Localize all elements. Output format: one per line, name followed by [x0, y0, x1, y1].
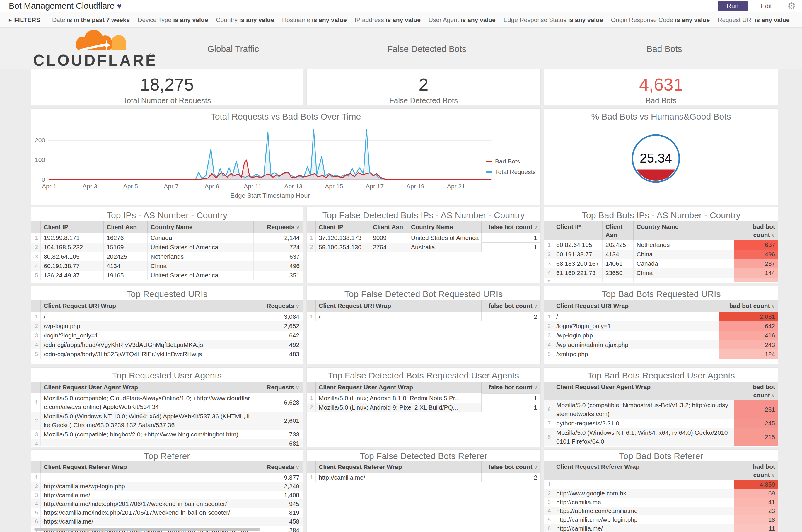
- measure-cell[interactable]: 2: [481, 312, 540, 321]
- measure-cell[interactable]: 458: [253, 517, 302, 526]
- measure-cell[interactable]: 637: [253, 252, 303, 261]
- dimension-cell[interactable]: China: [633, 250, 734, 259]
- dimension-cell[interactable]: China: [147, 261, 253, 271]
- measure-cell[interactable]: 2: [481, 473, 540, 482]
- dimension-cell[interactable]: 9009: [370, 233, 408, 243]
- measure-cell[interactable]: 1: [481, 394, 540, 403]
- measure-cell[interactable]: 496: [253, 261, 303, 271]
- dimension-cell[interactable]: /: [316, 312, 481, 321]
- measure-cell[interactable]: 642: [253, 331, 302, 340]
- measure-cell[interactable]: 496: [734, 250, 778, 259]
- column-header-bad-bot-count[interactable]: bad bot count∨: [734, 461, 778, 480]
- dimension-cell[interactable]: 61.160.221.73: [553, 268, 602, 278]
- dimension-cell[interactable]: 4134: [103, 261, 147, 271]
- dimension-cell[interactable]: http://camilia.me: [553, 498, 734, 507]
- measure-cell[interactable]: 492: [253, 340, 302, 349]
- column-header-bad-bot-count[interactable]: bad bot count∨: [734, 382, 778, 400]
- dimension-cell[interactable]: http://camilia.me/index.php/2017/06/17/w…: [40, 499, 253, 508]
- measure-cell[interactable]: 4,359: [734, 480, 778, 489]
- measure-cell[interactable]: 2,601: [253, 412, 302, 430]
- measure-cell[interactable]: 245: [734, 419, 778, 428]
- filter-item-request-uri[interactable]: Request URIis any value: [718, 16, 789, 23]
- column-header-false-bot-count[interactable]: false bot count∨: [481, 382, 540, 394]
- legend-item-bad-bots[interactable]: Bad Bots: [486, 158, 536, 165]
- measure-cell[interactable]: 237: [734, 259, 778, 268]
- dimension-cell[interactable]: 202425: [602, 240, 633, 250]
- dimension-cell[interactable]: 23650: [602, 268, 633, 278]
- measure-cell[interactable]: 819: [253, 508, 302, 517]
- measure-cell[interactable]: 1: [481, 233, 540, 243]
- measure-cell[interactable]: 2,031: [719, 312, 778, 321]
- filter-item-ip-address[interactable]: IP addressis any value: [355, 16, 421, 23]
- measure-cell[interactable]: 23: [734, 507, 778, 515]
- dimension-cell[interactable]: [553, 480, 734, 489]
- measure-cell[interactable]: 483: [253, 349, 302, 359]
- measure-cell[interactable]: 2,249: [253, 482, 302, 491]
- dimension-cell[interactable]: 136.24.49.37: [40, 271, 103, 280]
- dimension-cell[interactable]: python-requests/2.21.0: [553, 419, 734, 428]
- measure-cell[interactable]: 637: [734, 240, 778, 250]
- dimension-cell[interactable]: https://camilia.me/index.php/2017/06/17/…: [40, 508, 253, 517]
- dimension-cell[interactable]: http://camilia.me/: [553, 524, 734, 532]
- horizontal-scrollbar[interactable]: [34, 528, 260, 531]
- dimension-cell[interactable]: 60.191.38.77: [40, 261, 103, 271]
- measure-cell[interactable]: 144: [734, 268, 778, 278]
- dimension-cell[interactable]: https://uptime.com/camilia.me: [553, 507, 734, 515]
- dimension-cell[interactable]: /wp-admin/admin-ajax.php: [553, 340, 719, 349]
- dimension-cell[interactable]: 2764: [370, 243, 408, 252]
- column-header-bad-bot-count[interactable]: bad bot count∨: [734, 222, 778, 240]
- legend-item-total-requests[interactable]: Total Requests: [486, 168, 536, 175]
- dimension-cell[interactable]: http://camilia.me/: [40, 491, 253, 499]
- dimension-cell[interactable]: Mozilla/5.0 (Linux; Android 8.1.0; Redmi…: [316, 394, 481, 403]
- dimension-cell[interactable]: China: [633, 268, 734, 278]
- filters-toggle[interactable]: ▶FILTERS: [9, 16, 40, 23]
- measure-cell[interactable]: 1,408: [253, 491, 302, 499]
- measure-cell[interactable]: 2,144: [253, 233, 303, 243]
- dimension-cell[interactable]: 192.99.8.171: [40, 233, 103, 243]
- filter-item-hostname[interactable]: Hostnameis any value: [282, 16, 347, 23]
- measure-cell[interactable]: 9,877: [253, 473, 302, 482]
- dimension-cell[interactable]: /cdn-cgi/apps/body/3Lh52SjWTQ4HRlErJykHq…: [40, 349, 253, 359]
- dimension-cell[interactable]: Mozilla/5.0 (compatible; bingbot/2.0; +h…: [40, 430, 253, 439]
- dimension-cell[interactable]: Netherlands: [633, 240, 734, 250]
- measure-cell[interactable]: 215: [734, 428, 778, 446]
- measure-cell[interactable]: 724: [253, 243, 303, 252]
- dimension-cell[interactable]: /: [40, 312, 253, 321]
- measure-cell[interactable]: 3,084: [253, 312, 302, 321]
- measure-cell[interactable]: 6,628: [253, 394, 302, 412]
- dimension-cell[interactable]: [553, 278, 602, 282]
- dimension-cell[interactable]: 19165: [103, 271, 147, 280]
- measure-cell[interactable]: 681: [253, 439, 302, 446]
- dimension-cell[interactable]: [602, 278, 633, 282]
- dimension-cell[interactable]: 15169: [103, 243, 147, 252]
- filter-item-date[interactable]: Dateis in the past 7 weeks: [52, 16, 130, 23]
- measure-cell[interactable]: 11: [734, 524, 778, 532]
- dimension-cell[interactable]: 202425: [103, 252, 147, 261]
- dimension-cell[interactable]: /login/?login_only=1: [553, 321, 719, 331]
- dimension-cell[interactable]: http://www.google.com.hk: [553, 489, 734, 498]
- column-header-requests[interactable]: Requests∨: [253, 461, 302, 473]
- filter-item-user-agent[interactable]: User Agentis any value: [428, 16, 496, 23]
- run-button[interactable]: Run: [718, 1, 747, 12]
- measure-cell[interactable]: 945: [253, 499, 302, 508]
- dimension-cell[interactable]: Mozilla/5.0 (compatible; CloudFlare-Alwa…: [40, 394, 253, 412]
- measure-cell[interactable]: 18: [734, 515, 778, 524]
- column-header-bad-bot-count[interactable]: bad bot count∨: [719, 300, 778, 312]
- dimension-cell[interactable]: Canada: [633, 259, 734, 268]
- dimension-cell[interactable]: 104.198.5.232: [40, 243, 103, 252]
- measure-cell[interactable]: 351: [253, 271, 303, 280]
- column-header-false-bot-count[interactable]: false bot count∨: [481, 461, 540, 473]
- dimension-cell[interactable]: http://camilia.me/wp-login.php: [553, 515, 734, 524]
- column-header-requests[interactable]: Requests∨: [253, 300, 302, 312]
- dimension-cell[interactable]: United States of America: [147, 243, 253, 252]
- dimension-cell[interactable]: United States of America: [147, 271, 253, 280]
- dimension-cell[interactable]: 59.100.254.130: [316, 243, 370, 252]
- dimension-cell[interactable]: /cdn-cgi/apps/head/xVgyKhR-vV3dAUGhMqfBc…: [40, 340, 253, 349]
- dimension-cell[interactable]: https://camilia.me/: [40, 517, 253, 526]
- dimension-cell[interactable]: Australia: [408, 243, 481, 252]
- measure-cell[interactable]: 2,652: [253, 321, 302, 331]
- column-header-false-bot-count[interactable]: false bot count∨: [481, 222, 540, 233]
- filter-item-device-type[interactable]: Device Typeis any value: [138, 16, 208, 23]
- dimension-cell[interactable]: Mozilla/5.0 (Windows NT 10.0; Win64; x64…: [40, 412, 253, 430]
- measure-cell[interactable]: 261: [734, 400, 778, 419]
